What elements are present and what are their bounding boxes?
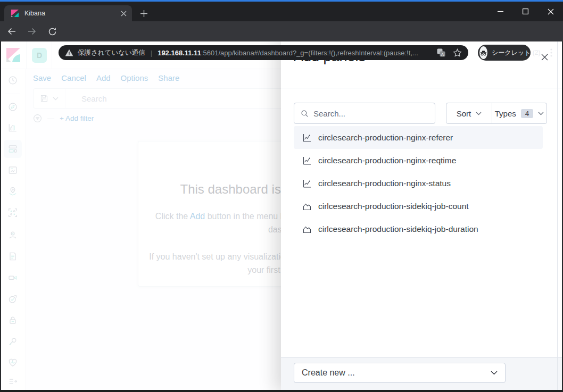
kibana-favicon bbox=[11, 9, 19, 18]
window-edge-bottom bbox=[0, 390, 563, 392]
translate-icon[interactable]: A bbox=[437, 48, 445, 57]
area-chart-icon bbox=[303, 202, 311, 211]
reload-icon[interactable] bbox=[46, 25, 59, 38]
forward-icon[interactable] bbox=[26, 25, 38, 38]
chevron-down-icon bbox=[476, 112, 482, 115]
new-tab-button[interactable] bbox=[137, 7, 150, 20]
incognito-label: シークレット (2) bbox=[492, 48, 540, 57]
browser-menu-icon[interactable] bbox=[544, 45, 559, 60]
minimize-button[interactable] bbox=[488, 2, 513, 21]
list-item[interactable]: cirlcesearch-production-sidekiq-job-dura… bbox=[294, 218, 543, 240]
create-new-select[interactable]: Create new ... bbox=[294, 363, 506, 383]
incognito-badge: シークレット (2) bbox=[478, 45, 531, 61]
list-item[interactable]: circlesearch-production-nginx-referer bbox=[294, 126, 543, 149]
svg-text:A: A bbox=[441, 52, 444, 57]
list-item[interactable]: cirlcesearch-production-sidekiq-job-coun… bbox=[294, 195, 543, 218]
security-warning-icon[interactable] bbox=[65, 49, 73, 56]
chevron-down-icon bbox=[538, 112, 544, 115]
window-edge-left bbox=[0, 41, 1, 392]
maximize-button[interactable] bbox=[513, 2, 538, 21]
bookmark-star-icon[interactable] bbox=[453, 48, 462, 57]
panel-search-box[interactable] bbox=[294, 103, 435, 124]
list-item[interactable]: circlesearch-production-nginx-reqtime bbox=[294, 149, 543, 172]
panel-search-input[interactable] bbox=[313, 109, 435, 118]
back-icon[interactable] bbox=[5, 25, 18, 38]
browser-tab-kibana[interactable]: Kibana bbox=[4, 5, 132, 21]
search-icon bbox=[301, 110, 309, 118]
line-chart-icon bbox=[303, 134, 311, 142]
url-text[interactable]: 192.168.11.11:5601/app/kibana#/dashboard… bbox=[158, 49, 433, 57]
tab-close-icon[interactable] bbox=[119, 9, 128, 18]
flyout-footer: Create new ... bbox=[281, 357, 563, 392]
add-panels-flyout: Add panels Sort Types 4 circlesearch-pro… bbox=[281, 41, 563, 392]
line-chart-icon bbox=[303, 156, 311, 165]
area-chart-icon bbox=[303, 225, 311, 233]
sort-button[interactable]: Sort bbox=[446, 103, 492, 123]
browser-toolbar: 保護されていない通信 | 192.168.11.11:5601/app/kiba… bbox=[0, 21, 563, 41]
close-window-button[interactable] bbox=[538, 2, 563, 21]
tab-strip: Kibana bbox=[0, 2, 563, 21]
omnibox-divider: | bbox=[151, 49, 152, 57]
browser-window: Kibana bbox=[0, 0, 563, 392]
address-bar[interactable]: 保護されていない通信 | 192.168.11.11:5601/app/kiba… bbox=[59, 45, 468, 60]
flyout-header-divider bbox=[281, 88, 563, 88]
incognito-icon bbox=[479, 46, 487, 59]
line-chart-icon bbox=[303, 179, 311, 188]
list-filter-group: Sort Types 4 bbox=[446, 103, 547, 124]
chevron-down-icon bbox=[491, 371, 498, 375]
types-button[interactable]: Types 4 bbox=[492, 103, 547, 123]
types-count-badge: 4 bbox=[521, 109, 534, 118]
panel-list: circlesearch-production-nginx-referer ci… bbox=[294, 126, 543, 240]
list-item[interactable]: circlesearch-production-nginx-status bbox=[294, 172, 543, 195]
tab-title: Kibana bbox=[24, 10, 119, 17]
flyout-scrollbar[interactable] bbox=[557, 41, 558, 392]
window-top-accent bbox=[0, 0, 563, 2]
security-label[interactable]: 保護されていない通信 bbox=[78, 48, 145, 57]
